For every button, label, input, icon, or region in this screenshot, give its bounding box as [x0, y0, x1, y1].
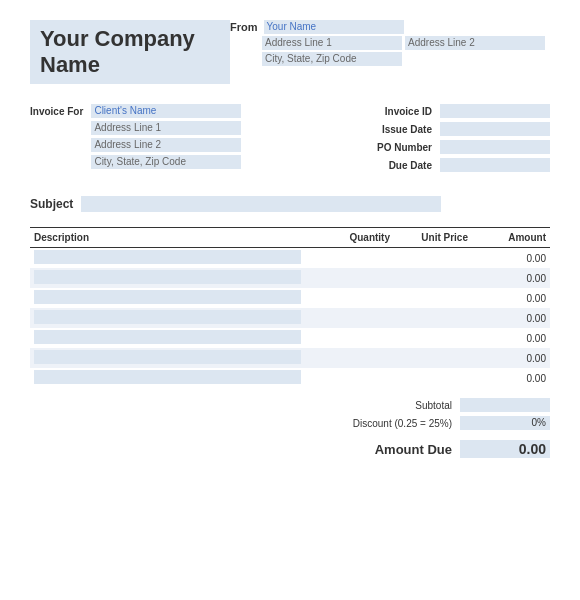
discount-row: Discount (0.25 = 25%) 0% — [290, 416, 550, 430]
table-header-row: Description Quantity Unit Price Amount — [30, 228, 550, 248]
desc-field[interactable] — [34, 350, 301, 364]
company-name-block: Your Company Name — [30, 20, 230, 84]
client-address1-field[interactable]: Address Line 1 — [91, 121, 241, 135]
desc-field[interactable] — [34, 290, 301, 304]
amount-cell[interactable]: 0.00 — [472, 308, 550, 328]
header-quantity: Quantity — [316, 228, 394, 248]
desc-cell — [30, 328, 316, 348]
qty-cell[interactable] — [316, 348, 394, 368]
price-cell[interactable] — [394, 248, 472, 269]
invoice-id-label: Invoice ID — [362, 106, 432, 117]
amount-cell[interactable]: 0.00 — [472, 368, 550, 388]
qty-cell[interactable] — [316, 328, 394, 348]
table-row: 0.00 — [30, 288, 550, 308]
issue-date-label: Issue Date — [362, 124, 432, 135]
client-address2-field[interactable]: Address Line 2 — [91, 138, 241, 152]
client-fields: Client's Name Address Line 1 Address Lin… — [91, 104, 241, 172]
qty-cell[interactable] — [316, 268, 394, 288]
subtotal-value[interactable] — [460, 398, 550, 412]
header-section: Your Company Name From Your Name Address… — [30, 20, 550, 84]
header-amount: Amount — [472, 228, 550, 248]
table-row: 0.00 — [30, 348, 550, 368]
invoice-id-row: Invoice ID — [350, 104, 550, 118]
subtotal-label: Subtotal — [332, 400, 452, 411]
desc-field[interactable] — [34, 370, 301, 384]
table-row: 0.00 — [30, 368, 550, 388]
subtotal-row: Subtotal — [290, 398, 550, 412]
invoice-for-block: Invoice For Client's Name Address Line 1… — [30, 104, 250, 176]
amount-cell[interactable]: 0.00 — [472, 348, 550, 368]
issue-date-row: Issue Date — [350, 122, 550, 136]
due-date-value[interactable] — [440, 158, 550, 172]
po-number-row: PO Number — [350, 140, 550, 154]
price-cell[interactable] — [394, 348, 472, 368]
subject-field[interactable] — [81, 196, 441, 212]
table-row: 0.00 — [30, 248, 550, 269]
price-cell[interactable] — [394, 308, 472, 328]
po-number-value[interactable] — [440, 140, 550, 154]
price-cell[interactable] — [394, 268, 472, 288]
subject-label: Subject — [30, 197, 73, 211]
desc-field[interactable] — [34, 330, 301, 344]
from-address2-field[interactable]: Address Line 2 — [405, 36, 545, 50]
desc-field[interactable] — [34, 310, 301, 324]
qty-cell[interactable] — [316, 288, 394, 308]
amount-due-value[interactable]: 0.00 — [460, 440, 550, 458]
price-cell[interactable] — [394, 368, 472, 388]
header-unit-price: Unit Price — [394, 228, 472, 248]
from-label: From — [230, 21, 258, 33]
header-description: Description — [30, 228, 316, 248]
table-row: 0.00 — [30, 308, 550, 328]
amount-cell[interactable]: 0.00 — [472, 268, 550, 288]
desc-cell — [30, 288, 316, 308]
desc-field[interactable] — [34, 270, 301, 284]
desc-cell — [30, 268, 316, 288]
discount-value[interactable]: 0% — [460, 416, 550, 430]
from-address1-field[interactable]: Address Line 1 — [262, 36, 402, 50]
invoice-for-label: Invoice For — [30, 104, 83, 120]
totals-section: Subtotal Discount (0.25 = 25%) 0% Amount… — [30, 398, 550, 458]
po-number-label: PO Number — [362, 142, 432, 153]
amount-cell[interactable]: 0.00 — [472, 288, 550, 308]
amount-due-label: Amount Due — [375, 442, 452, 457]
table-row: 0.00 — [30, 268, 550, 288]
desc-cell — [30, 348, 316, 368]
client-name-field[interactable]: Client's Name — [91, 104, 241, 118]
qty-cell[interactable] — [316, 368, 394, 388]
qty-cell[interactable] — [316, 308, 394, 328]
amount-due-row: Amount Due 0.00 — [290, 440, 550, 458]
desc-cell — [30, 248, 316, 269]
amount-cell[interactable]: 0.00 — [472, 328, 550, 348]
from-name-field[interactable]: Your Name — [264, 20, 404, 34]
invoice-info-block: Invoice ID Issue Date PO Number Due Date — [350, 104, 550, 176]
company-name[interactable]: Your Company Name — [30, 20, 230, 84]
billing-section: Invoice For Client's Name Address Line 1… — [30, 104, 550, 176]
subject-section: Subject — [30, 196, 550, 212]
invoice-id-value[interactable] — [440, 104, 550, 118]
table-row: 0.00 — [30, 328, 550, 348]
qty-cell[interactable] — [316, 248, 394, 269]
amount-cell[interactable]: 0.00 — [472, 248, 550, 269]
discount-label: Discount (0.25 = 25%) — [332, 418, 452, 429]
invoice-table: Description Quantity Unit Price Amount 0… — [30, 227, 550, 388]
desc-cell — [30, 308, 316, 328]
from-name-row: From Your Name — [230, 20, 550, 34]
from-city-field[interactable]: City, State, Zip Code — [262, 52, 402, 66]
desc-field[interactable] — [34, 250, 301, 264]
client-city-field[interactable]: City, State, Zip Code — [91, 155, 241, 169]
issue-date-value[interactable] — [440, 122, 550, 136]
desc-cell — [30, 368, 316, 388]
price-cell[interactable] — [394, 328, 472, 348]
from-section: From Your Name Address Line 1 Address Li… — [230, 20, 550, 68]
invoice-page: Your Company Name From Your Name Address… — [30, 20, 550, 458]
due-date-label: Due Date — [362, 160, 432, 171]
due-date-row: Due Date — [350, 158, 550, 172]
price-cell[interactable] — [394, 288, 472, 308]
